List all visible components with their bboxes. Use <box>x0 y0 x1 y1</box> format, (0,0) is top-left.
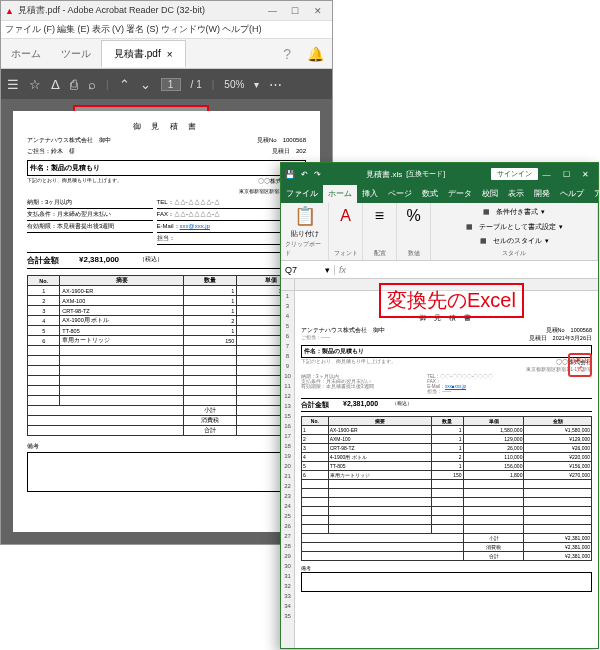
row-header[interactable]: 22 <box>281 481 294 491</box>
menu-file[interactable]: ファイル (F) <box>5 23 55 36</box>
row-header[interactable]: 33 <box>281 591 294 601</box>
row-header[interactable]: 19 <box>281 451 294 461</box>
chevron-down-icon[interactable]: ▾ <box>325 265 330 275</box>
group-font-label[interactable]: フォント <box>334 249 358 258</box>
zoom-level[interactable]: 50% <box>224 79 244 90</box>
row-header[interactable]: 1 <box>281 291 294 301</box>
row-header[interactable]: 28 <box>281 541 294 551</box>
excel-worksheet[interactable]: 変換先のExcel 134567891011121315161718192021… <box>281 279 598 648</box>
row-header[interactable]: 10 <box>281 371 294 381</box>
format-table-button[interactable]: ▦テーブルとして書式設定 ▾ <box>466 222 563 232</box>
excel-maximize-button[interactable]: ☐ <box>558 170 575 179</box>
excel-close-button[interactable]: ✕ <box>577 170 594 179</box>
row-header[interactable]: 16 <box>281 421 294 431</box>
close-button[interactable]: ✕ <box>308 6 328 16</box>
tab-close-icon[interactable]: × <box>167 49 173 60</box>
ribbon-tab-dev[interactable]: 開発 <box>529 185 555 203</box>
row-header[interactable]: 23 <box>281 491 294 501</box>
person-label: ご担当： <box>27 148 51 154</box>
row-header[interactable]: 35 <box>281 611 294 621</box>
sidebar-toggle-icon[interactable]: ☰ <box>7 77 19 92</box>
row-header[interactable]: 11 <box>281 381 294 391</box>
undo-icon[interactable]: ↶ <box>301 170 308 179</box>
font-icon[interactable]: A <box>340 207 351 225</box>
ribbon-tab-help[interactable]: ヘルプ <box>555 185 589 203</box>
row-header[interactable]: 12 <box>281 391 294 401</box>
row-header[interactable]: 30 <box>281 561 294 571</box>
help-icon[interactable]: ? <box>275 46 299 62</box>
menu-sign[interactable]: 署名 (S) <box>126 23 159 36</box>
redo-icon[interactable]: ↷ <box>314 170 321 179</box>
row-header[interactable]: 32 <box>281 581 294 591</box>
cell-styles-button[interactable]: ▦セルのスタイル ▾ <box>480 236 549 246</box>
print-icon[interactable]: ⎙ <box>70 77 78 92</box>
chevron-down-icon[interactable]: ▾ <box>254 79 259 90</box>
xl-person-label: ご担当： <box>301 335 321 340</box>
row-header[interactable]: 7 <box>281 341 294 351</box>
row-header[interactable]: 13 <box>281 401 294 411</box>
row-header[interactable]: 34 <box>281 601 294 611</box>
tab-document[interactable]: 見積書.pdf × <box>101 40 186 67</box>
select-all-corner[interactable] <box>281 279 295 290</box>
row-header[interactable]: 8 <box>281 351 294 361</box>
row-header[interactable]: 18 <box>281 441 294 451</box>
table-row <box>28 396 306 406</box>
paste-label[interactable]: 貼り付け <box>291 229 319 239</box>
row-header[interactable]: 17 <box>281 431 294 441</box>
ribbon-tab-file[interactable]: ファイル <box>281 185 323 203</box>
row-header[interactable]: 15 <box>281 411 294 421</box>
ribbon-tab-formula[interactable]: 数式 <box>417 185 443 203</box>
cloud-icon[interactable]: ᐃ <box>51 77 60 92</box>
group-number-label[interactable]: 数値 <box>408 249 420 258</box>
tab-tools[interactable]: ツール <box>51 41 101 67</box>
menu-view[interactable]: 表示 (V) <box>92 23 125 36</box>
row-header[interactable]: 26 <box>281 521 294 531</box>
remarks-box <box>27 452 306 492</box>
row-header[interactable]: 6 <box>281 331 294 341</box>
save-icon[interactable]: 💾 <box>285 170 295 179</box>
more-icon[interactable]: ⋯ <box>269 77 282 92</box>
row-header[interactable]: 9 <box>281 361 294 371</box>
star-icon[interactable]: ☆ <box>29 77 41 92</box>
row-header[interactable]: 21 <box>281 471 294 481</box>
minimize-button[interactable]: — <box>262 6 283 16</box>
row-header[interactable]: 31 <box>281 571 294 581</box>
row-header[interactable]: 24 <box>281 501 294 511</box>
menu-edit[interactable]: 編集 (E) <box>57 23 90 36</box>
page-down-icon[interactable]: ⌄ <box>140 77 151 92</box>
ribbon-tab-data[interactable]: データ <box>443 185 477 203</box>
table-row: 5TT-8051156,000 <box>28 326 306 336</box>
paste-icon[interactable]: 📋 <box>294 205 316 227</box>
menu-window[interactable]: ウィンドウ(W) <box>161 23 221 36</box>
row-header[interactable]: 27 <box>281 531 294 541</box>
ribbon-tab-antenna[interactable]: アンテ <box>589 185 600 203</box>
row-header[interactable]: 29 <box>281 551 294 561</box>
ribbon-tab-home[interactable]: ホーム <box>323 185 357 203</box>
ribbon-tab-page[interactable]: ページ <box>383 185 417 203</box>
row-header[interactable]: 25 <box>281 511 294 521</box>
name-box[interactable]: Q7▾ <box>281 265 335 275</box>
row-header[interactable]: 4 <box>281 311 294 321</box>
ribbon-tab-review[interactable]: 校閲 <box>477 185 503 203</box>
number-icon[interactable]: % <box>406 207 420 225</box>
fx-icon[interactable]: fx <box>335 265 350 275</box>
page-up-icon[interactable]: ⌃ <box>119 77 130 92</box>
search-icon[interactable]: ⌕ <box>88 77 96 92</box>
ribbon-tab-insert[interactable]: 挿入 <box>357 185 383 203</box>
excel-minimize-button[interactable]: — <box>538 170 556 179</box>
page-number-input[interactable]: 1 <box>161 78 181 91</box>
menu-help[interactable]: ヘルプ(H) <box>222 23 262 36</box>
ribbon-tab-view[interactable]: 表示 <box>503 185 529 203</box>
align-icon[interactable]: ≡ <box>375 207 384 225</box>
excel-cells[interactable]: 御 見 積 書 アンテナハウス株式会社 御中 見積No 1000568 ご担当：… <box>295 291 598 648</box>
row-header[interactable]: 20 <box>281 461 294 471</box>
bell-icon[interactable]: 🔔 <box>299 46 332 62</box>
group-align-label[interactable]: 配置 <box>374 249 386 258</box>
row-header[interactable]: 3 <box>281 301 294 311</box>
maximize-button[interactable]: ☐ <box>285 6 305 16</box>
signin-button[interactable]: サインイン <box>491 168 538 180</box>
conditional-format-button[interactable]: ▦条件付き書式 ▾ <box>483 207 545 217</box>
row-header[interactable]: 5 <box>281 321 294 331</box>
date-label: 見積日 <box>272 148 290 154</box>
tab-home[interactable]: ホーム <box>1 41 51 67</box>
